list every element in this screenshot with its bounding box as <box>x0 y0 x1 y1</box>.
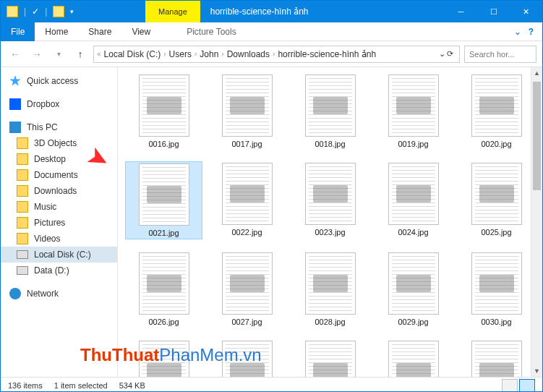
breadcrumb[interactable]: « Local Disk (C:) › Users › John › Downl… <box>93 46 460 63</box>
file-thumbnail <box>388 74 439 137</box>
breadcrumb-item[interactable]: Downloads <box>224 49 273 59</box>
sidebar-item-music[interactable]: Music <box>1 199 117 215</box>
file-item[interactable]: 0025.jpg <box>458 161 535 239</box>
scroll-thumb[interactable] <box>533 82 541 190</box>
breadcrumb-item[interactable]: Local Disk (C:) <box>101 49 164 59</box>
sidebar-item-data-d[interactable]: Data (D:) <box>1 263 117 278</box>
ribbon-tab-file[interactable]: File <box>1 22 35 41</box>
sidebar-item-desktop[interactable]: Desktop <box>1 151 117 167</box>
sidebar-label: Network <box>27 289 59 299</box>
file-thumbnail <box>305 341 356 377</box>
file-item[interactable]: 0034.jpg <box>375 339 452 377</box>
file-item[interactable]: 0032.jpg <box>208 339 286 377</box>
file-item[interactable]: 0024.jpg <box>375 161 452 239</box>
context-tab-label: Manage <box>145 1 200 22</box>
file-item[interactable]: 0017.jpg <box>208 73 286 150</box>
titlebar: | ✓ | ▾ Manage horrible-science-hình ảnh… <box>1 1 542 22</box>
file-item[interactable]: 0022.jpg <box>208 161 286 239</box>
ribbon-expand-icon[interactable]: ⌄ <box>514 27 521 37</box>
file-item[interactable]: 0016.jpg <box>125 73 202 150</box>
file-item[interactable]: 0028.jpg <box>291 251 369 328</box>
file-name: 0016.jpg <box>148 140 179 148</box>
file-item[interactable]: 0023.jpg <box>291 161 369 239</box>
sidebar-item-videos[interactable]: Videos <box>1 231 117 247</box>
file-thumbnail <box>388 252 439 315</box>
file-item[interactable]: 0030.jpg <box>458 251 535 328</box>
folder-icon <box>17 201 28 213</box>
maximize-button[interactable]: ☐ <box>477 1 510 22</box>
ribbon-tab-view[interactable]: View <box>121 22 161 41</box>
ribbon-tab-share[interactable]: Share <box>78 22 121 41</box>
refresh-icon[interactable]: ⟳ <box>447 49 453 59</box>
file-thumbnail <box>139 341 189 377</box>
sidebar-item-dropbox[interactable]: Dropbox <box>1 96 117 112</box>
sidebar-label: Downloads <box>34 186 77 196</box>
close-button[interactable]: ✕ <box>510 1 542 22</box>
breadcrumb-dropdown-icon[interactable]: ⌄ <box>439 49 445 59</box>
nav-up-button[interactable]: ↑ <box>72 46 89 63</box>
file-item[interactable]: 0019.jpg <box>375 73 452 150</box>
nav-back-button[interactable]: ← <box>7 46 24 63</box>
help-icon[interactable]: ? <box>529 27 534 37</box>
file-item[interactable]: 0029.jpg <box>375 251 452 328</box>
breadcrumb-item[interactable]: Users <box>166 49 194 59</box>
sidebar-item-downloads[interactable]: Downloads <box>1 183 117 199</box>
search-placeholder: Search hor... <box>469 50 514 59</box>
navigation-pane: Quick access Dropbox This PC 3D Objects … <box>1 67 118 377</box>
file-item[interactable]: 0027.jpg <box>208 251 286 328</box>
view-thumbnails-button[interactable] <box>519 379 535 392</box>
folder-icon <box>17 169 28 181</box>
sidebar-item-local-disk-c[interactable]: Local Disk (C:) <box>1 247 117 263</box>
file-thumbnail <box>471 74 522 137</box>
breadcrumb-item[interactable]: John <box>197 49 221 59</box>
file-name: 0019.jpg <box>398 140 428 148</box>
sidebar-item-quick-access[interactable]: Quick access <box>1 73 117 89</box>
ribbon-tab-picture-tools[interactable]: Picture Tools <box>176 22 246 41</box>
sidebar-label: 3D Objects <box>34 138 77 148</box>
breadcrumb-item[interactable]: horrible-science-hình ảnh <box>275 49 379 59</box>
qat-separator: | <box>24 7 26 17</box>
qat-check-icon[interactable]: ✓ <box>32 7 39 17</box>
folder-icon <box>17 233 28 244</box>
file-item[interactable]: 0020.jpg <box>458 73 535 150</box>
file-thumbnail <box>305 163 356 225</box>
sidebar-label: This PC <box>27 122 58 132</box>
sidebar-item-network[interactable]: Network <box>1 286 117 302</box>
window-title: horrible-science-hình ảnh <box>74 7 445 17</box>
sidebar-item-pictures[interactable]: Pictures <box>1 215 117 231</box>
file-name: 0017.jpg <box>231 140 262 148</box>
qat-separator: | <box>45 7 47 17</box>
vertical-scrollbar[interactable]: ▲ ▼ <box>531 67 542 377</box>
dropbox-icon <box>9 98 21 110</box>
file-thumbnail <box>305 74 356 137</box>
nav-recent-dropdown[interactable]: ▾ <box>50 46 67 63</box>
file-thumbnail <box>471 252 522 315</box>
sidebar-label: Quick access <box>27 76 78 86</box>
file-list[interactable]: 0016.jpg0017.jpg0018.jpg0019.jpg0020.jpg… <box>118 67 542 377</box>
search-input[interactable]: Search hor... <box>464 46 536 63</box>
sidebar-label: Pictures <box>34 218 65 228</box>
qat-folder-icon[interactable] <box>53 6 64 17</box>
file-item[interactable]: 0035.jpg <box>458 339 535 377</box>
file-name: 0023.jpg <box>315 228 345 237</box>
minimize-button[interactable]: ─ <box>445 1 477 22</box>
nav-forward-button[interactable]: → <box>28 46 46 63</box>
ribbon-tab-home[interactable]: Home <box>35 22 78 41</box>
file-item[interactable]: 0033.jpg <box>291 339 369 377</box>
sidebar-label: Music <box>34 202 56 212</box>
pc-icon <box>9 122 21 133</box>
view-details-button[interactable] <box>502 379 518 392</box>
file-name: 0025.jpg <box>481 228 511 237</box>
file-item[interactable]: 0021.jpg <box>125 161 202 239</box>
sidebar-label: Local Disk (C:) <box>34 250 91 260</box>
sidebar-item-3d-objects[interactable]: 3D Objects <box>1 135 117 151</box>
file-item[interactable]: 0018.jpg <box>291 73 369 150</box>
sidebar-item-this-pc[interactable]: This PC <box>1 119 117 135</box>
sidebar-item-documents[interactable]: Documents <box>1 167 117 183</box>
scroll-down-icon[interactable]: ▼ <box>531 365 542 377</box>
star-icon <box>9 75 21 87</box>
file-item[interactable]: 0026.jpg <box>125 251 202 328</box>
scroll-up-icon[interactable]: ▲ <box>531 67 542 79</box>
file-item[interactable]: 0031.jpg <box>125 339 202 377</box>
file-thumbnail <box>222 341 273 377</box>
